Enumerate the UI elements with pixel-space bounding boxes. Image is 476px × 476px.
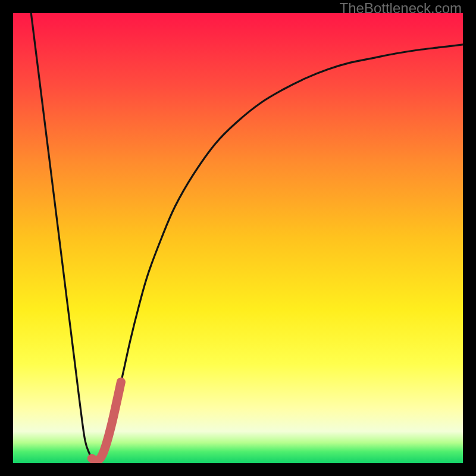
chart-frame [13,13,463,463]
watermark-text: TheBottleneck.com [340,0,462,17]
gradient-background [13,13,463,463]
bottleneck-plot [13,13,463,463]
